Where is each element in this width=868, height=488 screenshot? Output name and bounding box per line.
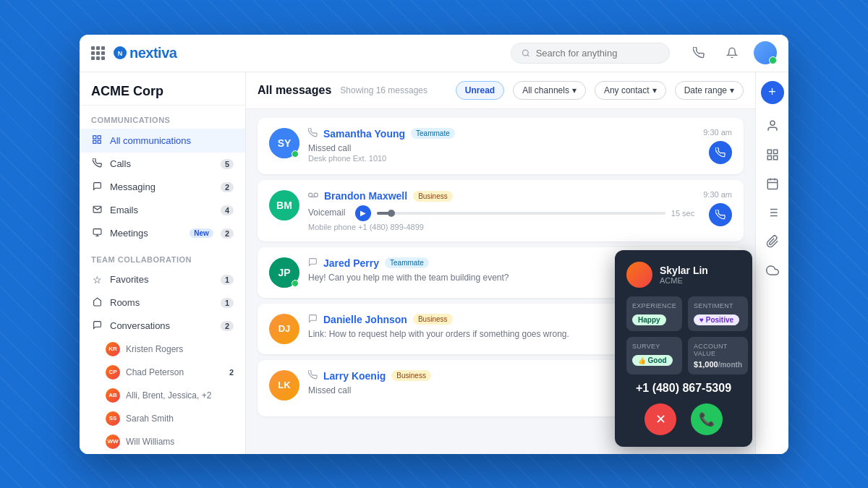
- msg1-name: Samantha Young: [323, 128, 405, 140]
- online-indicator: [292, 150, 299, 158]
- svg-rect-8: [93, 228, 101, 234]
- person-icon[interactable]: [760, 113, 786, 139]
- sidebar-item-messaging[interactable]: Messaging 2: [80, 176, 245, 199]
- filter-contact-button[interactable]: Any contact ▾: [595, 81, 666, 100]
- samantha-avatar: SY: [269, 128, 299, 158]
- search-icon: [522, 48, 530, 58]
- sidebar-meetings-label: Meetings: [110, 228, 182, 239]
- reject-call-button[interactable]: ✕: [644, 403, 676, 435]
- larry-avatar: LK: [269, 370, 299, 401]
- rooms-badge: 1: [221, 298, 234, 308]
- survey-label: SURVEY: [632, 343, 676, 350]
- phone-nav-button[interactable]: [687, 41, 710, 64]
- voicemail-icon: [308, 190, 318, 202]
- brandon-avatar: BM: [269, 190, 299, 221]
- sidebar-item-emails[interactable]: Emails 4: [80, 199, 245, 222]
- msg1-text: Missed call: [308, 142, 694, 155]
- svg-rect-21: [773, 155, 777, 159]
- chat-icon-4: [308, 314, 318, 325]
- chad-avatar: CP: [106, 365, 120, 380]
- cloud-icon[interactable]: [760, 257, 786, 283]
- filter-channels-button[interactable]: All channels ▾: [513, 81, 586, 100]
- popup-stats-grid: EXPERIENCE Happy SENTIMENT Positive SURV…: [626, 296, 741, 374]
- sidebar-item-favorites[interactable]: ☆ Favorites 1: [80, 268, 245, 291]
- online-indicator-3: [292, 280, 299, 287]
- add-button[interactable]: +: [761, 81, 784, 104]
- phone-icon-5: [308, 370, 318, 382]
- message-card-2[interactable]: BM Brandon Maxwell Business Voicemail: [258, 180, 744, 241]
- survey-stat: SURVEY Good: [626, 337, 682, 374]
- msg3-tag: Teammate: [385, 257, 429, 268]
- sidebar-item-all-communications[interactable]: All communications: [80, 129, 245, 153]
- sub-item-kristen[interactable]: KR Kristen Rogers: [80, 338, 245, 361]
- sidebar-all-comms-label: All communications: [110, 135, 234, 146]
- calendar-icon[interactable]: [760, 171, 786, 197]
- experience-label: EXPERIENCE: [632, 302, 676, 309]
- sidebar-item-meetings[interactable]: Meetings New 2: [80, 222, 245, 245]
- grid-icon[interactable]: [760, 142, 786, 168]
- popup-call-buttons: ✕ 📞: [626, 403, 741, 435]
- bell-nav-button[interactable]: [720, 41, 744, 64]
- svg-rect-22: [767, 155, 771, 159]
- chad-name: Chad Peterson: [126, 367, 224, 377]
- sub-item-will[interactable]: WW Will Williams: [80, 430, 245, 453]
- message-card-1[interactable]: SY Samantha Young Teammate Missed call D: [258, 118, 744, 174]
- account-stat: ACCOUNT VALUE $1,000/month: [688, 337, 748, 374]
- sentiment-value: Positive: [694, 314, 739, 325]
- msg5-tag: Business: [391, 370, 431, 381]
- conversations-badge: 2: [221, 321, 234, 331]
- emails-icon: [91, 205, 103, 216]
- chad-count: 2: [229, 368, 234, 377]
- experience-stat: EXPERIENCE Happy: [626, 296, 682, 331]
- voicemail-progress[interactable]: [377, 212, 665, 215]
- nav-icons: [687, 41, 777, 64]
- msg1-actions: 9:30 am: [703, 128, 732, 164]
- logo-text: nextiva: [129, 45, 176, 61]
- filter-unread-button[interactable]: Unread: [456, 81, 504, 100]
- list-icon[interactable]: [760, 200, 786, 226]
- msg2-actions: 9:30 am: [703, 190, 732, 226]
- conversations-icon: [91, 320, 103, 332]
- paperclip-icon[interactable]: [760, 228, 786, 254]
- search-bar[interactable]: [511, 43, 670, 64]
- svg-point-18: [770, 121, 775, 125]
- sarah-avatar: SS: [106, 411, 120, 426]
- phone-nav-icon: [693, 47, 705, 59]
- sidebar-item-conversations[interactable]: Conversations 2: [80, 314, 245, 338]
- svg-rect-5: [98, 135, 101, 138]
- msg2-call-button[interactable]: [709, 203, 732, 226]
- will-name: Will Williams: [126, 437, 234, 447]
- kristen-avatar: KR: [106, 342, 120, 356]
- sub-item-sarah[interactable]: SS Sarah Smith: [80, 407, 245, 430]
- sub-item-chad[interactable]: CP Chad Peterson 2: [80, 361, 245, 384]
- svg-point-13: [309, 193, 312, 197]
- accept-call-button[interactable]: 📞: [691, 403, 723, 435]
- user-avatar-nav[interactable]: [754, 41, 777, 64]
- sidebar: ACME Corp Communications All communicati…: [80, 72, 246, 454]
- sentiment-label: SENTIMENT: [694, 302, 742, 309]
- filter-date-button[interactable]: Date range ▾: [675, 81, 744, 100]
- popup-company: ACME: [660, 276, 708, 285]
- popup-avatar: [626, 262, 652, 288]
- sidebar-rooms-label: Rooms: [110, 297, 213, 308]
- svg-text:SY: SY: [278, 137, 292, 149]
- sidebar-item-calls[interactable]: Calls 5: [80, 153, 245, 176]
- app-window: N nextiva ACM: [80, 35, 788, 454]
- voicemail-play-button[interactable]: ▶: [355, 205, 371, 221]
- all-comms-icon: [91, 134, 103, 147]
- popup-person: Skylar Lin ACME: [626, 262, 741, 288]
- popup-phone: +1 (480) 867-5309: [626, 382, 741, 395]
- search-input[interactable]: [536, 48, 659, 59]
- grid-menu-icon[interactable]: [91, 46, 105, 60]
- favorites-badge: 1: [221, 275, 234, 285]
- team-section-label: Team collaboration: [80, 245, 245, 268]
- svg-rect-4: [93, 135, 96, 138]
- rooms-icon: [91, 297, 103, 309]
- sidebar-item-rooms[interactable]: Rooms 1: [80, 291, 245, 314]
- logo[interactable]: N nextiva: [114, 45, 176, 61]
- favorites-icon: ☆: [91, 274, 103, 286]
- sub-item-group[interactable]: AB Alli, Brent, Jessica, +2: [80, 384, 245, 407]
- sidebar-favorites-label: Favorites: [110, 274, 213, 285]
- msg1-call-button[interactable]: [709, 141, 732, 164]
- calls-badge: 5: [221, 159, 234, 169]
